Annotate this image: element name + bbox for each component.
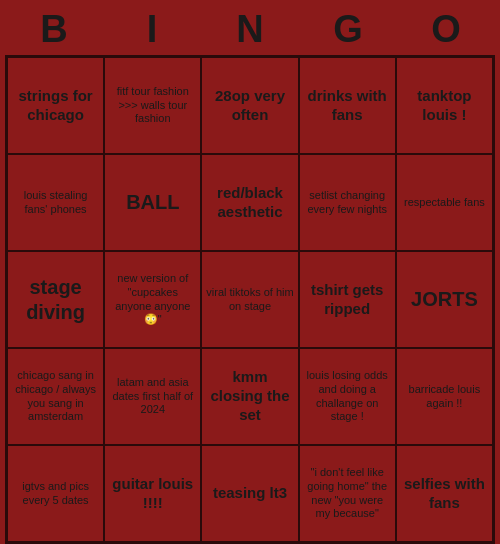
cell-r1-c0: louis stealing fans' phones	[7, 154, 104, 251]
cell-r2-c4: JORTS	[396, 251, 493, 348]
cell-r0-c4: tanktop louis !	[396, 57, 493, 154]
cell-r3-c2: kmm closing the set	[201, 348, 298, 445]
cell-r2-c2: viral tiktoks of him on stage	[201, 251, 298, 348]
cell-r2-c0: stage diving	[7, 251, 104, 348]
cell-r3-c0: chicago sang in chicago / always you san…	[7, 348, 104, 445]
header-letter-o: O	[402, 8, 490, 51]
cell-r2-c3: tshirt gets ripped	[299, 251, 396, 348]
cell-r2-c1: new version of "cupcakes anyone anyone 😳…	[104, 251, 201, 348]
cell-r0-c2: 28op very often	[201, 57, 298, 154]
bingo-header: BINGO	[5, 0, 495, 55]
cell-r1-c4: respectable fans	[396, 154, 493, 251]
cell-r3-c3: louis losing odds and doing a challange …	[299, 348, 396, 445]
cell-r4-c0: igtvs and pics every 5 dates	[7, 445, 104, 542]
cell-r4-c4: selfies with fans	[396, 445, 493, 542]
bingo-grid: strings for chicagofitf tour fashion >>>…	[5, 55, 495, 544]
cell-r0-c0: strings for chicago	[7, 57, 104, 154]
cell-r1-c2: red/black aesthetic	[201, 154, 298, 251]
cell-r4-c3: "i don't feel like going home" the new "…	[299, 445, 396, 542]
cell-r4-c2: teasing lt3	[201, 445, 298, 542]
header-letter-n: N	[206, 8, 294, 51]
cell-r1-c3: setlist changing every few nights	[299, 154, 396, 251]
cell-r0-c1: fitf tour fashion >>> walls tour fashion	[104, 57, 201, 154]
header-letter-b: B	[10, 8, 98, 51]
header-letter-g: G	[304, 8, 392, 51]
cell-r0-c3: drinks with fans	[299, 57, 396, 154]
cell-r3-c1: latam and asia dates first half of 2024	[104, 348, 201, 445]
cell-r1-c1: BALL	[104, 154, 201, 251]
cell-r4-c1: guitar louis !!!!	[104, 445, 201, 542]
header-letter-i: I	[108, 8, 196, 51]
cell-r3-c4: barricade louis again !!	[396, 348, 493, 445]
